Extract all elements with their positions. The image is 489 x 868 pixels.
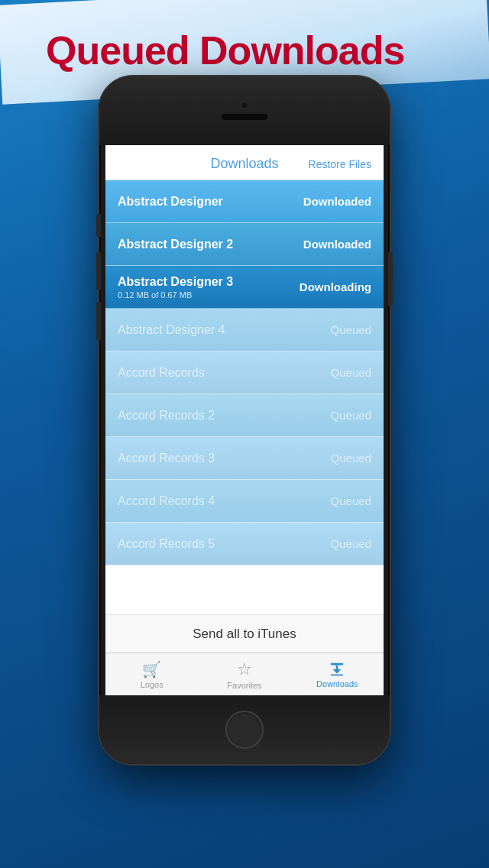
phone-screen: Downloads Restore Files Abstract Designe… bbox=[105, 145, 384, 695]
header-title-light: s bbox=[272, 156, 279, 171]
item-name-5: Accord Records bbox=[118, 366, 205, 380]
item-left-6: Accord Records 2 bbox=[118, 409, 215, 423]
screen-header: Downloads Restore Files bbox=[105, 145, 384, 180]
send-itunes-label: Send all to iTunes bbox=[193, 627, 296, 642]
header-title-bold: Download bbox=[210, 156, 271, 171]
item-subtext-3: 0.12 MB of 0.67 MB bbox=[118, 290, 233, 300]
side-button-power bbox=[388, 252, 393, 306]
tab-favorites[interactable]: ☆ Favorites bbox=[199, 659, 290, 690]
download-item-9[interactable]: Accord Records 5 Queued bbox=[105, 523, 384, 565]
item-name-6: Accord Records 2 bbox=[118, 409, 215, 423]
send-itunes-button[interactable]: Send all to iTunes bbox=[105, 614, 384, 653]
item-left-4: Abstract Designer 4 bbox=[118, 323, 225, 337]
svg-rect-3 bbox=[331, 674, 344, 675]
tab-logos-label: Logos bbox=[141, 680, 164, 689]
download-item-7[interactable]: Accord Records 3 Queued bbox=[105, 437, 384, 480]
star-icon: ☆ bbox=[237, 659, 252, 679]
item-name-3: Abstract Designer 3 bbox=[118, 275, 233, 289]
phone-bottom bbox=[99, 695, 390, 764]
svg-rect-0 bbox=[331, 662, 344, 665]
banner-text: Queued Downloads bbox=[46, 28, 404, 73]
phone-frame: Downloads Restore Files Abstract Designe… bbox=[99, 76, 390, 764]
item-left-5: Accord Records bbox=[118, 366, 205, 380]
item-status-5: Queued bbox=[331, 366, 371, 379]
side-button-mute bbox=[96, 214, 101, 237]
tab-logos[interactable]: 🛒 Logos bbox=[106, 660, 198, 689]
cart-icon: 🛒 bbox=[142, 660, 161, 679]
download-list: Abstract Designer Downloaded Abstract De… bbox=[105, 180, 384, 614]
item-left-3: Abstract Designer 3 0.12 MB of 0.67 MB bbox=[118, 275, 233, 300]
item-left-1: Abstract Designer bbox=[118, 195, 223, 209]
item-left-8: Accord Records 4 bbox=[118, 494, 215, 508]
item-name-1: Abstract Designer bbox=[118, 195, 223, 209]
download-item-5[interactable]: Accord Records Queued bbox=[105, 351, 384, 394]
item-status-7: Queued bbox=[331, 452, 371, 465]
item-left-7: Accord Records 3 bbox=[118, 452, 215, 465]
item-status-1: Downloaded bbox=[303, 195, 371, 208]
download-icon bbox=[329, 661, 345, 678]
item-name-7: Accord Records 3 bbox=[118, 452, 215, 465]
item-name-8: Accord Records 4 bbox=[118, 494, 215, 508]
item-name-4: Abstract Designer 4 bbox=[118, 323, 225, 337]
speaker bbox=[222, 114, 267, 120]
item-status-4: Queued bbox=[331, 323, 371, 336]
tab-downloads-label: Downloads bbox=[316, 679, 358, 688]
download-item-2[interactable]: Abstract Designer 2 Downloaded bbox=[105, 223, 384, 266]
tab-downloads[interactable]: Downloads bbox=[291, 661, 383, 688]
download-item-3[interactable]: Abstract Designer 3 0.12 MB of 0.67 MB D… bbox=[105, 266, 384, 309]
restore-files-button[interactable]: Restore Files bbox=[309, 158, 371, 170]
home-button[interactable] bbox=[225, 711, 264, 749]
side-button-vol-up bbox=[96, 252, 101, 290]
svg-marker-2 bbox=[333, 669, 342, 674]
item-left-9: Accord Records 5 bbox=[118, 537, 215, 551]
download-item-8[interactable]: Accord Records 4 Queued bbox=[105, 480, 384, 523]
item-status-8: Queued bbox=[331, 494, 371, 507]
header-title: Downloads bbox=[210, 156, 278, 172]
item-name-9: Accord Records 5 bbox=[118, 537, 215, 551]
item-status-6: Queued bbox=[331, 409, 371, 422]
phone-top bbox=[99, 76, 390, 145]
camera bbox=[241, 102, 248, 109]
tab-bar: 🛒 Logos ☆ Favorites Downloads bbox=[105, 653, 384, 695]
item-status-9: Queued bbox=[331, 537, 371, 550]
item-name-2: Abstract Designer 2 bbox=[118, 238, 233, 251]
tab-favorites-label: Favorites bbox=[227, 681, 261, 690]
item-left-2: Abstract Designer 2 bbox=[118, 238, 233, 251]
download-item-6[interactable]: Accord Records 2 Queued bbox=[105, 394, 384, 437]
item-status-2: Downloaded bbox=[303, 238, 371, 251]
download-item-1[interactable]: Abstract Designer Downloaded bbox=[105, 180, 384, 223]
side-button-vol-down bbox=[96, 302, 101, 340]
download-item-4[interactable]: Abstract Designer 4 Queued bbox=[105, 309, 384, 351]
item-status-3: Downloading bbox=[300, 280, 371, 293]
